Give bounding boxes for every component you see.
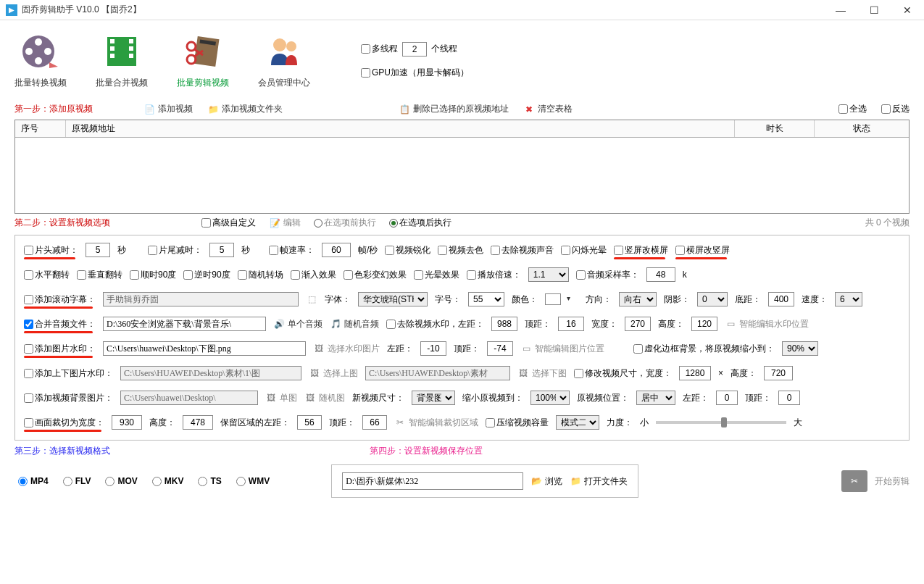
start-button[interactable]: ✂ 开始剪辑 (841, 470, 910, 492)
tab-merge[interactable]: 批量合并视频 (96, 31, 148, 89)
wm-height-input[interactable] (691, 317, 717, 331)
tail-trim-input[interactable] (209, 243, 234, 257)
exec-after-radio[interactable]: 在选项后执行 (389, 217, 451, 229)
advanced-checkbox[interactable]: 高级自定义 (201, 217, 256, 229)
crop-w-input[interactable] (112, 415, 142, 430)
wm-left-input[interactable] (491, 317, 517, 331)
img-wm-path-input[interactable] (103, 341, 306, 356)
wm-top-input[interactable] (558, 317, 584, 331)
merge-audio-checkbox[interactable]: 合并音频文件： (24, 318, 96, 330)
smart-wm-button[interactable]: ▭智能编辑水印位置 (725, 318, 809, 330)
blur-edge-checkbox[interactable]: 虚化边框背景，将原视频缩小到： (633, 343, 775, 355)
browse-button[interactable]: 📂浏览 (530, 475, 562, 488)
halo-checkbox[interactable]: 光晕效果 (414, 269, 459, 281)
format-flv[interactable]: FLV (63, 476, 91, 486)
mod-size-checkbox[interactable]: 修改视频尺寸，宽度： (574, 367, 672, 380)
compress-checkbox[interactable]: 压缩视频容量 (486, 417, 549, 429)
speed-select[interactable]: 1.1 (528, 267, 569, 282)
color-picker[interactable] (545, 293, 561, 305)
minimize-button[interactable]: — (830, 4, 852, 16)
open-folder-button[interactable]: 📁打开文件夹 (570, 475, 628, 488)
keep-l-input[interactable] (297, 415, 322, 430)
h2v-checkbox[interactable]: 横屏改竖屏 (675, 244, 730, 256)
select-top-img-button[interactable]: 🖼选择上图 (309, 367, 358, 380)
format-mkv[interactable]: MKV (152, 476, 184, 486)
cw90-checkbox[interactable]: 顺时90度 (130, 269, 176, 281)
vflip-checkbox[interactable]: 垂直翻转 (77, 269, 122, 281)
head-trim-checkbox[interactable]: 片头减时： (24, 244, 78, 256)
sample-checkbox[interactable]: 音频采样率： (576, 269, 639, 281)
compress-mode-select[interactable]: 模式二 (556, 415, 599, 430)
format-wmv[interactable]: WMV (236, 476, 270, 486)
mute-checkbox[interactable]: 去除视频声音 (491, 244, 554, 256)
mod-w-input[interactable] (679, 366, 711, 380)
delete-selected-button[interactable]: 📋删除已选择的原视频地址 (399, 103, 509, 115)
fps-input[interactable] (322, 243, 351, 257)
speed-checkbox[interactable]: 播放倍速： (467, 269, 521, 281)
pos-l-input[interactable] (716, 391, 738, 405)
bg-img-checkbox[interactable]: 添加视频背景图片： (24, 392, 113, 404)
shadow-select[interactable]: 0 (697, 292, 728, 306)
sample-input[interactable] (646, 267, 675, 282)
wm-width-input[interactable] (625, 317, 651, 331)
multithread-checkbox[interactable]: 多线程 (361, 43, 398, 55)
ud-wm-checkbox[interactable]: 添加上下图片水印： (24, 367, 113, 380)
font-select[interactable]: 华文琥珀(STH (358, 292, 428, 306)
crop-checkbox[interactable]: 画面裁切为宽度： (24, 417, 104, 429)
add-folder-button[interactable]: 📁添加视频文件夹 (207, 103, 283, 115)
subtitle-edit-icon[interactable]: ⬚ (306, 293, 317, 305)
strength-slider[interactable] (656, 421, 786, 424)
format-ts[interactable]: TS (198, 476, 221, 486)
select-all-checkbox[interactable]: 全选 (838, 103, 867, 115)
size-select[interactable]: 55 (468, 292, 504, 306)
close-button[interactable]: ✕ (896, 4, 918, 16)
exec-before-radio[interactable]: 在选项前执行 (314, 217, 376, 229)
rand-trans-checkbox[interactable]: 随机转场 (238, 269, 283, 281)
pos-select[interactable]: 居中 (636, 391, 675, 405)
video-table[interactable]: 序号 原视频地址 时长 状态 (14, 120, 910, 214)
select-wm-img-button[interactable]: 🖼选择水印图片 (313, 343, 380, 355)
remove-wm-checkbox[interactable]: 去除视频水印，左距： (386, 318, 484, 330)
img-wm-checkbox[interactable]: 添加图片水印： (24, 343, 96, 355)
invert-select-checkbox[interactable]: 反选 (881, 103, 910, 115)
bg-path-input[interactable] (120, 391, 258, 405)
fps-checkbox[interactable]: 帧速率： (269, 244, 315, 256)
format-mp4[interactable]: MP4 (18, 476, 49, 486)
gpu-checkbox[interactable]: GPU加速（用显卡解码） (361, 67, 469, 79)
flash-checkbox[interactable]: 闪烁光晕 (561, 244, 607, 256)
maximize-button[interactable]: ☐ (863, 4, 885, 16)
crop-h-input[interactable] (183, 415, 213, 430)
tab-member[interactable]: 会员管理中心 (258, 31, 310, 89)
keep-t-input[interactable] (362, 415, 387, 430)
smart-crop-button[interactable]: ✂智能编辑裁切区域 (394, 417, 478, 429)
dir-select[interactable]: 向右 (619, 292, 657, 306)
single-img-button[interactable]: 🖼单图 (265, 392, 297, 404)
audio-path-input[interactable] (103, 317, 266, 331)
format-mov[interactable]: MOV (105, 476, 137, 486)
colorshift-checkbox[interactable]: 色彩变幻效果 (344, 269, 407, 281)
rand-img-button[interactable]: 🖼随机图 (304, 392, 345, 404)
tab-edit[interactable]: 批量剪辑视频 (177, 31, 229, 89)
add-video-button[interactable]: 📄添加视频 (143, 103, 193, 115)
smart-img-button[interactable]: ▭智能编辑图片位置 (520, 343, 604, 355)
pos-t-input[interactable] (778, 391, 800, 405)
speed2-select[interactable]: 6 (835, 292, 862, 306)
newsize-select[interactable]: 背景图 (412, 391, 455, 405)
blur-select[interactable]: 90% (782, 341, 818, 356)
shrink-select[interactable]: 100% (530, 391, 570, 405)
decolor-checkbox[interactable]: 视频去色 (438, 244, 483, 256)
fadein-checkbox[interactable]: 渐入效果 (291, 269, 336, 281)
subtitle-input[interactable] (103, 292, 299, 306)
single-audio-radio[interactable]: 🔊单个音频 (273, 318, 322, 330)
tab-convert[interactable]: 批量转换视频 (14, 31, 67, 89)
select-bot-img-button[interactable]: 🖼选择下图 (517, 367, 567, 380)
bottom-input[interactable] (768, 292, 794, 306)
hflip-checkbox[interactable]: 水平翻转 (24, 269, 70, 281)
ud-bot-path-input[interactable] (365, 366, 510, 380)
clear-table-button[interactable]: ✖清空表格 (523, 103, 573, 115)
head-trim-input[interactable] (86, 243, 110, 257)
subtitle-checkbox[interactable]: 添加滚动字幕： (24, 293, 96, 306)
ccw90-checkbox[interactable]: 逆时90度 (183, 269, 230, 281)
tail-trim-checkbox[interactable]: 片尾减时： (148, 244, 202, 256)
img-top-input[interactable] (487, 341, 513, 356)
